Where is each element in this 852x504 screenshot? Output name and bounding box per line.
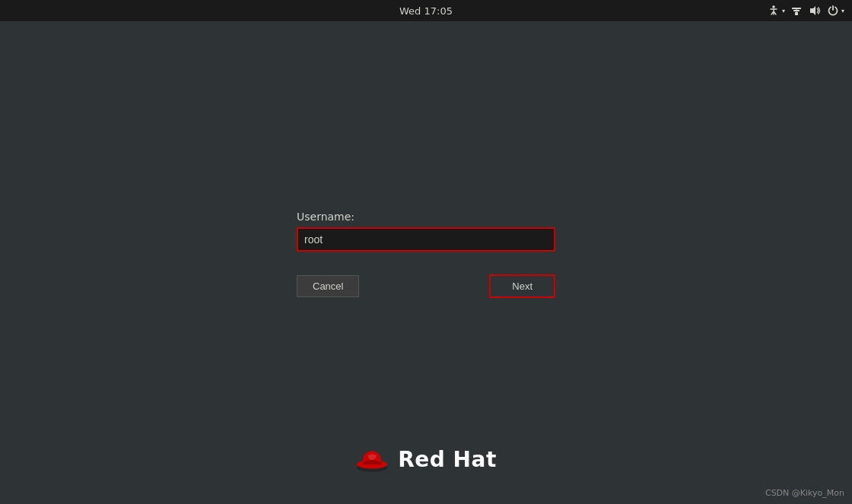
svg-point-0 [772,5,775,8]
top-bar: Wed 17:05 ▾ [0,0,852,21]
network-icon[interactable] [790,4,803,17]
username-label: Username: [297,211,555,223]
volume-icon[interactable] [808,4,822,17]
redhat-logo: Red Hat [355,445,497,474]
next-button[interactable]: Next [489,274,555,298]
svg-rect-1 [795,12,798,15]
svg-marker-6 [810,6,815,15]
power-icon[interactable] [826,4,840,17]
svg-rect-3 [792,8,801,9]
cancel-button[interactable]: Cancel [297,275,359,297]
svg-rect-2 [793,10,800,11]
datetime-display: Wed 17:05 [287,5,566,17]
username-input[interactable] [297,227,555,252]
login-dialog: Username: Cancel Next [297,211,555,298]
main-content: Username: Cancel Next Red Hat [0,21,852,504]
watermark-text: CSDN @Kikyo_Mon [765,488,844,498]
button-row: Cancel Next [297,274,555,298]
power-group[interactable]: ▾ [826,4,844,17]
accessibility-chevron[interactable]: ▾ [782,8,785,14]
top-bar-right: ▾ [565,4,844,17]
redhat-hat-icon [355,445,389,474]
accessibility-group[interactable]: ▾ [767,4,785,17]
power-chevron[interactable]: ▾ [841,8,844,14]
accessibility-icon[interactable] [767,4,780,17]
redhat-brand-text: Red Hat [398,447,497,472]
